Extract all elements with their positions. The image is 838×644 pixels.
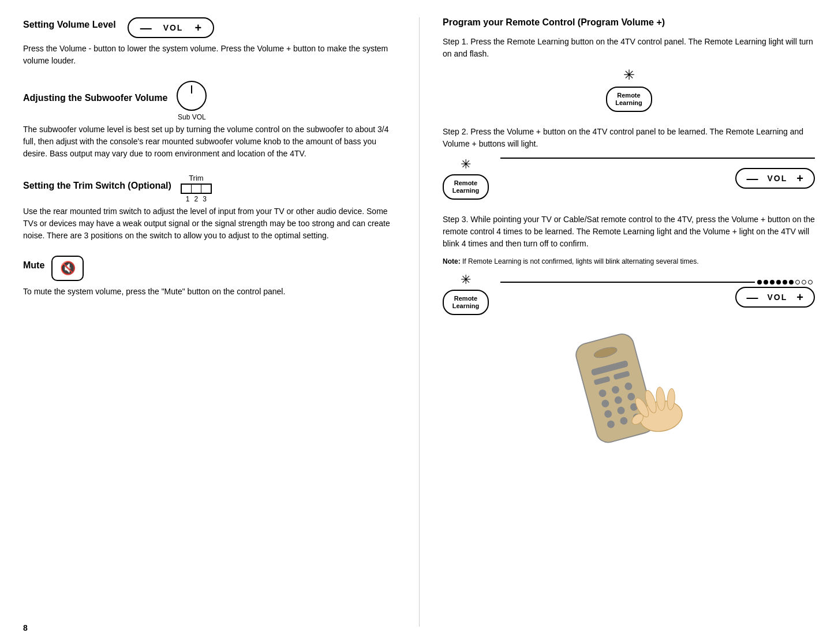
blink-dot: [770, 280, 775, 284]
mute-button[interactable]: 🔇: [51, 256, 84, 281]
step2-diagram: ✳ RemoteLearning — VOL +: [443, 157, 815, 200]
step1-diagram: ✳ RemoteLearning: [443, 67, 815, 112]
trim-heading: Setting the Trim Switch (Optional): [23, 181, 171, 191]
blink-dot-empty: [795, 280, 800, 284]
vol-label-3: VOL: [768, 293, 788, 302]
blink-dot: [757, 280, 762, 284]
mute-heading: Mute: [23, 260, 44, 271]
step3-note: Note: If Remote Learning is not confirme…: [443, 257, 815, 267]
right-heading: Program your Remote Control (Program Vol…: [443, 17, 815, 28]
vol-body: Press the Volume - button to lower the s…: [23, 43, 396, 67]
vol-box-3: — VOL +: [735, 287, 815, 308]
vol-minus-2: —: [747, 173, 758, 184]
mute-icon: 🔇: [60, 261, 76, 276]
trim-numbers: 1 2 3: [186, 195, 207, 203]
section-trim: Setting the Trim Switch (Optional) Trim …: [23, 174, 396, 242]
step1-text: Step 1. Press the Remote Learning button…: [443, 36, 815, 60]
step3-left: ✳ RemoteLearning: [443, 272, 489, 315]
subvol-body: The subwoofer volume level is best set u…: [23, 123, 396, 160]
knob-circle: [177, 81, 207, 111]
vol-box-2: — VOL +: [735, 168, 815, 189]
trim-switch: [181, 184, 212, 194]
section-volume-level: Setting Volume Level — VOL + Press the V…: [23, 17, 396, 67]
vol-plus[interactable]: +: [194, 22, 201, 33]
blink-dot: [776, 280, 781, 284]
step1-section: Step 1. Press the Remote Learning button…: [443, 36, 815, 112]
trim-label: Trim: [189, 174, 204, 182]
blink-dot: [783, 280, 787, 284]
remote-learning-btn-1: RemoteLearning: [606, 87, 652, 112]
remote-learning-btn-3: RemoteLearning: [443, 290, 489, 315]
section-subwoofer: Adjusting the Subwoofer Volume Sub VOL T…: [23, 81, 396, 160]
subvol-heading: Adjusting the Subwoofer Volume: [23, 93, 167, 103]
sunburst-icon-2: ✳: [461, 157, 471, 172]
sunburst-icon-3: ✳: [461, 272, 471, 287]
trim-diagram: Trim 1 2 3: [181, 174, 212, 203]
trim-body: Use the rear mounted trim switch to adju…: [23, 205, 396, 242]
page-number: 8: [23, 623, 28, 632]
sunburst-icon-1: ✳: [623, 67, 635, 83]
step3-text: Step 3. While pointing your TV or Cable/…: [443, 214, 815, 250]
blink-dot-empty: [808, 280, 813, 284]
vol-minus-3: —: [747, 291, 758, 303]
mute-body: To mute the system volume, press the "Mu…: [23, 286, 396, 298]
vol-control: — VOL +: [128, 17, 214, 38]
vol-minus[interactable]: —: [140, 22, 152, 33]
left-column: Setting Volume Level — VOL + Press the V…: [23, 17, 419, 627]
remote-learning-btn-2: RemoteLearning: [443, 174, 489, 200]
vol-plus-2: +: [796, 173, 803, 184]
vol-label-2: VOL: [768, 174, 788, 183]
knob-label: Sub VOL: [178, 113, 206, 121]
blink-dot-empty: [802, 280, 806, 284]
vol-heading: Setting Volume Level: [23, 20, 116, 30]
blink-dot: [764, 280, 768, 284]
remote-illustration: [554, 321, 704, 459]
step2-left: ✳ RemoteLearning: [443, 157, 489, 200]
step3-section: Step 3. While pointing your TV or Cable/…: [443, 214, 815, 459]
subvol-knob: Sub VOL: [177, 81, 207, 121]
section-mute: Mute 🔇 To mute the system volume, press …: [23, 256, 396, 298]
remote-svg: [554, 327, 704, 454]
vol-label: VOL: [163, 23, 184, 32]
step3-diagram: ✳ RemoteLearning: [443, 272, 815, 315]
right-column: Program your Remote Control (Program Vol…: [419, 17, 815, 627]
blink-dot: [789, 280, 794, 284]
vol-plus-3: +: [796, 291, 803, 303]
step2-text: Step 2. Press the Volume + button on the…: [443, 126, 815, 150]
step2-section: Step 2. Press the Volume + button on the…: [443, 126, 815, 200]
